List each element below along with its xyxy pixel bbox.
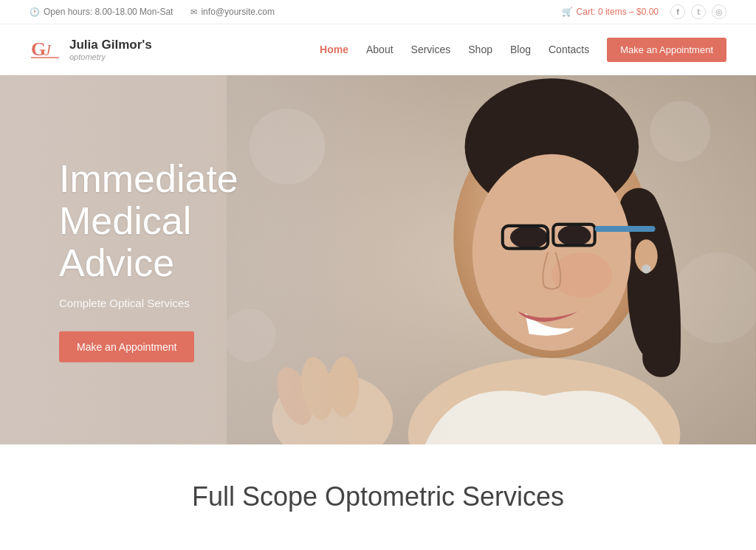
nav-blog[interactable]: Blog [510, 44, 531, 55]
twitter-icon[interactable]: 𝕥 [691, 4, 706, 19]
cart-icon: 🛒 [562, 7, 573, 17]
hero-title: Immediate Medical Advice [59, 158, 238, 285]
svg-text:J: J [44, 42, 52, 58]
email-info: ✉ info@yoursite.com [190, 7, 275, 17]
top-bar-left: 🕐 Open hours: 8.00-18.00 Mon-Sat ✉ info@… [30, 7, 275, 17]
navbar: G J Julia Gilmor's optometry Home About … [0, 24, 756, 75]
nav-contacts[interactable]: Contacts [549, 44, 589, 55]
hero-subtitle: Complete Optical Services [59, 296, 238, 309]
hero-content: Immediate Medical Advice Complete Optica… [59, 158, 238, 362]
logo[interactable]: G J Julia Gilmor's optometry [30, 33, 152, 66]
cart-info[interactable]: 🛒 Cart: 0 items – $0.00 [562, 7, 659, 17]
instagram-icon[interactable]: ◎ [712, 4, 726, 19]
brand-sub: optometry [69, 52, 152, 61]
brand-name: Julia Gilmor's [69, 38, 152, 52]
logo-text: Julia Gilmor's optometry [69, 38, 152, 61]
logo-icon: G J [30, 33, 62, 66]
hero-appointment-button[interactable]: Make an Appointment [59, 331, 194, 362]
top-bar-right: 🛒 Cart: 0 items – $0.00 f 𝕥 ◎ [562, 4, 726, 19]
hours-info: 🕐 Open hours: 8.00-18.00 Mon-Sat [30, 7, 173, 17]
nav-home[interactable]: Home [320, 44, 348, 55]
nav-links: Home About Services Shop Blog Contacts M… [320, 38, 726, 62]
nav-about[interactable]: About [366, 44, 394, 55]
nav-appointment-button[interactable]: Make an Appointment [607, 38, 726, 62]
clock-icon: 🕐 [30, 7, 40, 17]
hero-section: Immediate Medical Advice Complete Optica… [0, 75, 756, 444]
bottom-title: Full Scope Optometric Services [30, 481, 726, 512]
social-links: f 𝕥 ◎ [670, 4, 726, 19]
facebook-icon[interactable]: f [670, 4, 685, 19]
nav-services[interactable]: Services [411, 44, 451, 55]
email-icon: ✉ [190, 7, 197, 17]
top-bar: 🕐 Open hours: 8.00-18.00 Mon-Sat ✉ info@… [0, 0, 756, 24]
nav-shop[interactable]: Shop [468, 44, 492, 55]
email-text: info@yoursite.com [201, 7, 275, 17]
hours-text: Open hours: 8.00-18.00 Mon-Sat [44, 7, 173, 17]
cart-text: Cart: 0 items – $0.00 [577, 7, 659, 17]
bottom-section: Full Scope Optometric Services [0, 444, 756, 534]
